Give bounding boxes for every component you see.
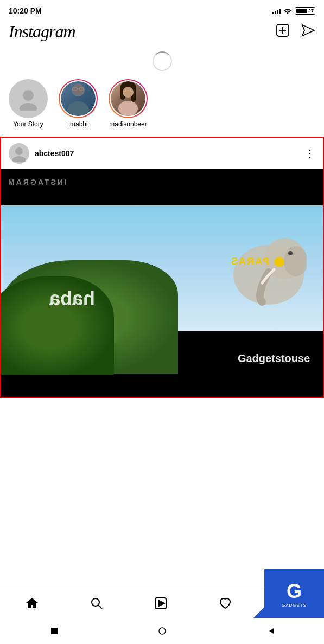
svg-marker-3 xyxy=(302,25,314,36)
svg-point-29 xyxy=(159,628,166,634)
svg-point-5 xyxy=(20,103,37,111)
svg-point-24 xyxy=(92,598,99,606)
nav-search-button[interactable] xyxy=(90,596,104,610)
imabhi-avatar-img xyxy=(61,81,96,116)
elephant-figure xyxy=(198,226,307,324)
story-item-your-story[interactable]: Your Story xyxy=(7,79,50,128)
nav-home-button[interactable] xyxy=(25,596,39,610)
nav-reels-button[interactable] xyxy=(154,596,168,610)
post-username: abctest007 xyxy=(35,149,299,158)
watermark-arrow xyxy=(253,607,264,618)
elephant-svg-icon xyxy=(198,226,307,324)
status-time: 10:20 PM xyxy=(9,7,42,15)
signal-icon xyxy=(272,8,281,14)
imabhi-ring xyxy=(59,79,98,118)
story-name-madisonbeer: madisonbeer xyxy=(109,120,147,128)
story-item-madisonbeer[interactable]: madisonbeer xyxy=(106,79,150,128)
svg-point-23 xyxy=(288,251,293,255)
status-icons: 27 xyxy=(272,7,315,16)
svg-point-17 xyxy=(118,101,138,116)
nav-likes-button[interactable] xyxy=(218,596,232,610)
madisonbeer-ring xyxy=(109,79,148,118)
svg-point-19 xyxy=(12,156,26,162)
story-name-your-story: Your Story xyxy=(13,120,43,128)
gadgetstouse-watermark: G GADGETS xyxy=(264,569,324,618)
overlay-gadgetstouse-text: Gadgetstouse xyxy=(238,352,310,365)
dm-button[interactable] xyxy=(301,23,315,41)
post-more-button[interactable]: ⋮ xyxy=(304,148,315,159)
spinner-circle xyxy=(153,51,172,71)
imabhi-figure-icon xyxy=(63,81,93,116)
svg-point-22 xyxy=(284,246,307,276)
your-story-avatar xyxy=(9,79,48,118)
svg-point-11 xyxy=(72,84,84,96)
add-post-button[interactable] xyxy=(275,23,290,41)
post-image: INSTAGRAM PARAS haba Gadgetstouse xyxy=(1,169,323,397)
app-header: Instagram xyxy=(0,20,324,46)
madisonbeer-figure-icon xyxy=(113,81,143,116)
nav-recents-button[interactable] xyxy=(49,626,60,636)
story-name-imabhi: imabhi xyxy=(68,120,87,128)
post-header: abctest007 ⋮ xyxy=(1,138,323,169)
svg-rect-28 xyxy=(51,628,58,634)
madisonbeer-avatar-img xyxy=(111,81,145,116)
watermark-brand: GADGETS xyxy=(282,603,307,608)
system-navigation xyxy=(0,618,324,644)
post-avatar-icon xyxy=(11,145,27,162)
svg-marker-30 xyxy=(269,628,274,634)
app-logo: Instagram xyxy=(9,22,75,42)
battery-icon: 27 xyxy=(295,7,315,15)
overlay-paras-text: PARAS xyxy=(230,256,284,267)
madisonbeer-avatar-inner xyxy=(110,80,147,117)
nav-back-button[interactable] xyxy=(265,626,276,636)
svg-marker-27 xyxy=(159,601,164,606)
overlay-instagram-text: INSTAGRAM xyxy=(7,178,67,186)
person-silhouette-icon xyxy=(16,87,40,111)
svg-point-7 xyxy=(67,101,89,116)
wifi-icon xyxy=(283,7,293,16)
svg-line-25 xyxy=(98,605,102,609)
stories-row: Your Story xyxy=(0,74,324,132)
svg-point-16 xyxy=(123,87,134,98)
nav-home-sys-button[interactable] xyxy=(157,626,168,636)
header-actions xyxy=(275,23,315,41)
overlay-haba-text: haba xyxy=(49,287,95,310)
story-item-imabhi[interactable]: imabhi xyxy=(56,79,100,128)
post-card: abctest007 ⋮ xyxy=(0,137,324,398)
svg-point-18 xyxy=(15,147,23,155)
post-avatar xyxy=(9,143,29,164)
imabhi-avatar-inner xyxy=(60,80,97,117)
svg-point-4 xyxy=(23,90,34,101)
loading-spinner xyxy=(0,46,324,74)
watermark-letter: G xyxy=(287,580,302,603)
status-bar: 10:20 PM 27 xyxy=(0,0,324,20)
